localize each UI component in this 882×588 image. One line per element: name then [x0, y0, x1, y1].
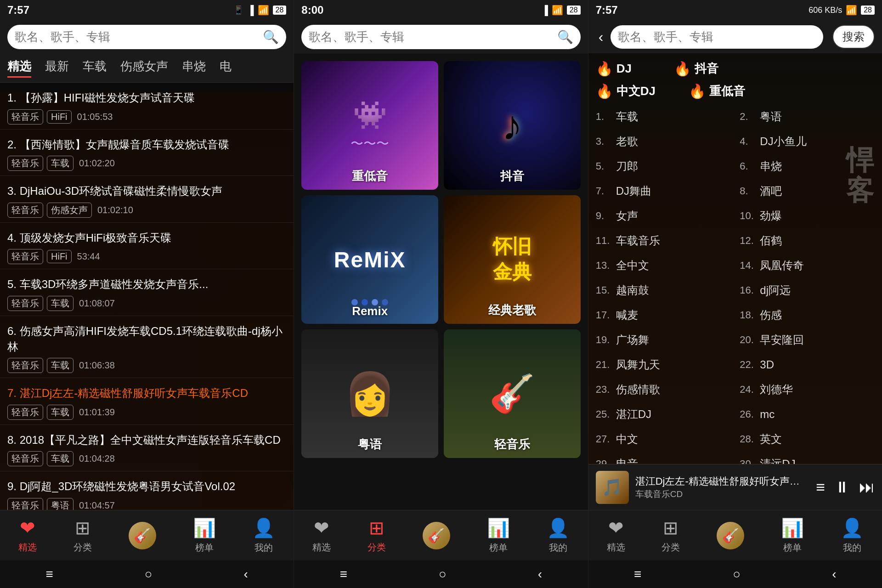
nav-jingxuan-2[interactable]: ❤ 精选 — [312, 517, 331, 554]
panel-2: 8:00 ▐ 📶 28 🔍 👾 〜〜〜 重低音 ♪ 抖音 — [294, 0, 588, 588]
grid-item-bass[interactable]: 👾 〜〜〜 重低音 — [301, 61, 438, 190]
menu-btn-3[interactable]: ≡ — [634, 567, 641, 582]
nav-fenlei-1[interactable]: ⊞ 分类 — [74, 517, 92, 554]
hot-badge-dj[interactable]: 🔥 DJ — [596, 61, 632, 77]
nav-fenlei-2[interactable]: ⊞ 分类 — [368, 517, 386, 554]
grid-item-light[interactable]: 🎸 轻音乐 — [444, 329, 581, 458]
home-btn-1[interactable]: ○ — [145, 567, 153, 582]
nav-bangdan-1[interactable]: 📊 榜单 — [193, 517, 216, 554]
search-button-3[interactable]: 搜索 — [832, 25, 875, 49]
song-item-4[interactable]: 4. 顶级发烧女声HiFi极致音乐天碟 轻音乐 HiFi 53:44 — [0, 223, 294, 270]
cat-item-29[interactable]: 29. 电音 — [596, 453, 731, 464]
song-item-1[interactable]: 1. 【孙露】HIFI磁性发烧女声试音天碟 轻音乐 HiFi 01:05:53 — [0, 83, 294, 130]
next-btn-3[interactable]: ⏭ — [859, 478, 875, 496]
nav-mine-2[interactable]: 👤 我的 — [547, 517, 570, 554]
search-input-2[interactable] — [309, 30, 553, 44]
playlist-btn-3[interactable]: ≡ — [816, 478, 825, 496]
cat-item-7[interactable]: 7. DJ舞曲 — [596, 180, 731, 202]
nav-jingxuan-1[interactable]: ❤ 精选 — [18, 517, 37, 554]
cat-item-30[interactable]: 30. 清远DJ — [740, 453, 875, 464]
tag-light-3: 轻音乐 — [7, 203, 43, 218]
nav-avatar-3[interactable]: 🎸 — [717, 522, 744, 549]
nav-jingxuan-3[interactable]: ❤ 精选 — [607, 517, 625, 554]
grid-item-remix[interactable]: ReMiX Remix — [301, 195, 438, 324]
cat-item-26[interactable]: 26. mc — [740, 403, 875, 425]
search-input-wrap-1[interactable]: 🔍 — [7, 25, 286, 49]
search-input-wrap-3[interactable] — [611, 25, 823, 49]
song-item-3[interactable]: 3. DjHaiOu-3D环绕试音碟磁性柔情慢歌女声 轻音乐 伤感女声 01:0… — [0, 176, 294, 223]
home-btn-3[interactable]: ○ — [733, 567, 741, 582]
cat-item-23[interactable]: 23. 伤感情歌 — [596, 379, 731, 401]
cat-item-22[interactable]: 22. 3D — [740, 354, 875, 376]
song-item-7[interactable]: 7. 湛江Dj左左-精选磁性舒服好听女声车载音乐CD 轻音乐 车载 01:01:… — [0, 378, 294, 425]
cat-item-15[interactable]: 15. 越南鼓 — [596, 279, 731, 301]
tab-chuanshao[interactable]: 串烧 — [182, 58, 206, 78]
cat-item-18[interactable]: 18. 伤感 — [740, 304, 875, 326]
tab-shangannv[interactable]: 伤感女声 — [120, 58, 168, 78]
song-item-8[interactable]: 8. 2018【平凡之路】全中文磁性女声连版轻音乐车载CD 轻音乐 车载 01:… — [0, 425, 294, 472]
back-btn-1[interactable]: ‹ — [244, 567, 248, 582]
pause-btn-3[interactable]: ⏸ — [834, 478, 850, 496]
cat-item-14[interactable]: 14. 凤凰传奇 — [740, 254, 875, 277]
grid-item-oldies[interactable]: 怀旧金典 经典老歌 — [444, 195, 581, 324]
menu-btn-1[interactable]: ≡ — [45, 567, 53, 582]
song-item-2[interactable]: 2. 【西海情歌】女声靓爆音质车载发烧试音碟 轻音乐 车载 01:02:20 — [0, 130, 294, 176]
search-input-1[interactable] — [15, 30, 259, 44]
hot-badge-zhongwen-dj[interactable]: 🔥 中文DJ — [596, 83, 656, 99]
cat-item-20[interactable]: 20. 早安隆回 — [740, 329, 875, 351]
cat-item-28[interactable]: 28. 英文 — [740, 428, 875, 450]
menu-btn-2[interactable]: ≡ — [340, 567, 347, 582]
cat-name-11: 车载音乐 — [616, 233, 660, 248]
tab-dian[interactable]: 电 — [220, 58, 232, 78]
cat-item-21[interactable]: 21. 凤舞九天 — [596, 354, 731, 376]
nav-bangdan-2[interactable]: 📊 榜单 — [487, 517, 510, 554]
cat-item-27[interactable]: 27. 中文 — [596, 428, 731, 450]
nav-mine-3[interactable]: 👤 我的 — [841, 517, 864, 554]
cat-item-9[interactable]: 9. 女声 — [596, 205, 731, 227]
tab-chezai[interactable]: 车载 — [83, 58, 107, 78]
grid-item-tiktok[interactable]: ♪ 抖音 — [444, 61, 581, 190]
cat-item-25[interactable]: 25. 湛江DJ — [596, 403, 731, 425]
hot-badge-zhongdiyin[interactable]: 🔥 重低音 — [689, 83, 745, 99]
cat-item-24[interactable]: 24. 刘德华 — [740, 379, 875, 401]
nav-mine-1[interactable]: 👤 我的 — [252, 517, 275, 554]
song-item-6[interactable]: 6. 伤感女声高清HIFI发烧车载CD5.1环绕连载歌曲-dj杨小林 轻音乐 车… — [0, 316, 294, 378]
cat-item-19[interactable]: 19. 广场舞 — [596, 329, 731, 351]
back-btn-3-sys[interactable]: ‹ — [832, 567, 836, 582]
back-btn-2[interactable]: ‹ — [538, 567, 542, 582]
cat-item-5[interactable]: 5. 刀郎 — [596, 155, 731, 177]
search-input-wrap-2[interactable]: 🔍 — [301, 25, 580, 49]
nav-avatar-1[interactable]: 🎸 — [129, 522, 156, 549]
cat-item-10[interactable]: 10. 劲爆 — [740, 205, 875, 227]
cat-item-3[interactable]: 3. 老歌 — [596, 130, 731, 153]
back-btn-search-3[interactable]: ‹ — [596, 28, 606, 45]
cat-item-13[interactable]: 13. 全中文 — [596, 254, 731, 277]
cat-item-12[interactable]: 12. 佰鹤 — [740, 230, 875, 252]
nav-label-fenlei-2: 分类 — [368, 541, 386, 554]
cat-item-16[interactable]: 16. dj阿远 — [740, 279, 875, 301]
cat-item-1[interactable]: 1. 车载 — [596, 106, 731, 128]
home-btn-2[interactable]: ○ — [439, 567, 447, 582]
cat-item-6[interactable]: 6. 串烧 — [740, 155, 875, 177]
nav-avatar-2[interactable]: 🎸 — [423, 522, 450, 549]
tab-zuixin[interactable]: 最新 — [45, 58, 69, 78]
song-item-5[interactable]: 5. 车载3D环绕多声道磁性发烧女声音乐... 轻音乐 车载 01:08:07 — [0, 269, 294, 316]
cat-item-8[interactable]: 8. 酒吧 — [740, 180, 875, 202]
grid-item-cantonese[interactable]: 👩 粤语 — [301, 329, 438, 458]
cat-item-4[interactable]: 4. DJ小鱼儿 — [740, 130, 875, 153]
cat-item-17[interactable]: 17. 喊麦 — [596, 304, 731, 326]
status-bar-2: 8:00 ▐ 📶 28 — [294, 0, 588, 20]
nav-fenlei-3[interactable]: ⊞ 分类 — [662, 517, 680, 554]
mini-subtitle-3: 车载音乐CD — [635, 488, 809, 500]
category-grid-3: 1. 车载 2. 粤语 3. 老歌 4. DJ小鱼儿 5. 刀郎 6. 串烧 — [596, 106, 875, 464]
nav-bangdan-3[interactable]: 📊 榜单 — [781, 517, 804, 554]
search-input-3[interactable] — [618, 30, 816, 44]
hot-badge-douyin[interactable]: 🔥 抖音 — [674, 61, 718, 77]
song-item-9[interactable]: 9. Dj阿超_3D环绕磁性发烧粤语男女试音Vol.02 轻音乐 粤语 01:0… — [0, 471, 294, 510]
tab-jingxuan[interactable]: 精选 — [7, 58, 31, 78]
cat-item-11[interactable]: 11. 车载音乐 — [596, 230, 731, 252]
song-list-1[interactable]: 1. 【孙露】HIFI磁性发烧女声试音天碟 轻音乐 HiFi 01:05:53 … — [0, 83, 294, 510]
notification-icon: 📱 — [233, 5, 243, 15]
cat-item-2[interactable]: 2. 粤语 — [740, 106, 875, 128]
cat-num-16: 16. — [740, 284, 756, 296]
